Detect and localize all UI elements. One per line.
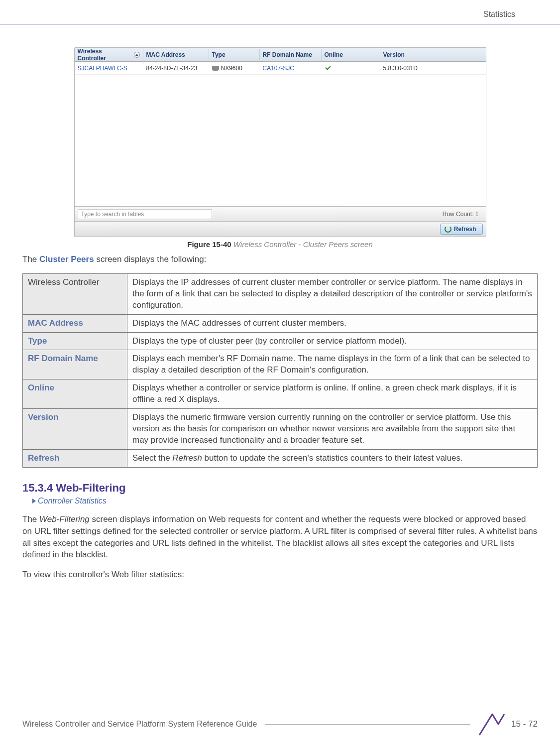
desc-text: Displays the MAC addresses of current cl… [127,314,538,332]
col-mac-address[interactable]: MAC Address [143,49,209,60]
page-number: 15 - 72 [511,719,538,729]
desc-label: Refresh [23,450,127,468]
desc-text: Displays the IP addresses of current clu… [127,273,538,314]
intro-emph: Cluster Peers [39,254,94,264]
refresh-icon [445,226,451,233]
desc-label: RF Domain Name [23,350,127,379]
refresh-bar: Refresh [75,221,486,237]
logo-icon [478,712,507,736]
figure-title: Wireless Controller - Cluster Peers scre… [233,240,373,249]
col-type[interactable]: Type [209,49,260,60]
intro-prefix: The [22,254,39,264]
table-row: SJCALPHAWLC-S 84-24-8D-7F-34-23 NX9600 C… [75,62,486,75]
intro-text: The Cluster Peers screen displays the fo… [22,253,538,265]
intro-suffix: screen displays the following: [94,254,207,264]
desc-label: Online [23,379,127,409]
desc-label: MAC Address [23,314,127,332]
footer-title: Wireless Controller and Service Platform… [22,720,257,729]
cell-wireless-controller[interactable]: SJCALPHAWLC-S [75,63,143,74]
header-rule [0,24,560,24]
cell-rf-domain[interactable]: CA107-SJC [260,63,322,74]
cell-type: NX9600 [209,63,260,74]
desc-text: Select the Refresh button to update the … [127,450,538,468]
paragraph-web-filtering: The Web-Filtering screen displays inform… [22,513,538,561]
para-suffix: screen displays information on Web reque… [22,514,537,559]
breadcrumb-text: Controller Statistics [38,497,107,505]
device-icon [212,66,219,71]
col-wireless-controller[interactable]: Wireless Controller [75,46,143,64]
description-table: Wireless ControllerDisplays the IP addre… [22,273,538,468]
cell-mac-address: 84-24-8D-7F-34-23 [143,63,209,74]
desc-label: Version [23,409,127,450]
cell-version: 5.8.3.0-031D [380,63,486,74]
desc-row: Wireless ControllerDisplays the IP addre… [23,273,538,314]
desc-row: MAC AddressDisplays the MAC addresses of… [23,314,538,332]
desc-text: Displays each member's RF Domain name. T… [127,350,538,379]
check-icon [325,66,332,71]
row-count: Row Count: 1 [443,211,479,218]
desc-row: RF Domain NameDisplays each member's RF … [23,350,538,379]
table-body: SJCALPHAWLC-S 84-24-8D-7F-34-23 NX9600 C… [75,62,486,206]
col-rf-domain[interactable]: RF Domain Name [260,49,322,60]
cluster-peers-table-panel: Wireless Controller MAC Address Type RF … [74,47,486,237]
desc-row: TypeDisplays the type of cluster peer (b… [23,332,538,350]
desc-label: Type [23,332,127,350]
desc-row: RefreshSelect the Refresh button to upda… [23,450,538,468]
col-version[interactable]: Version [380,49,486,60]
footer-rule [265,724,470,725]
desc-label: Wireless Controller [23,273,127,314]
cell-type-value: NX9600 [221,65,242,72]
desc-text: Displays the numeric firmware version cu… [127,409,538,450]
search-input[interactable]: Type to search in tables [78,209,212,219]
desc-row: OnlineDisplays whether a controller or s… [23,379,538,409]
desc-row: VersionDisplays the numeric firmware ver… [23,409,538,450]
col-label: Wireless Controller [78,48,132,62]
figure-label: Figure 15-40 [187,240,231,249]
page-footer: Wireless Controller and Service Platform… [22,712,538,736]
table-footer: Type to search in tables Row Count: 1 [75,206,486,221]
col-online[interactable]: Online [322,49,380,60]
paragraph-instruction: To view this controller's Web filter sta… [22,569,538,581]
refresh-button[interactable]: Refresh [440,224,483,235]
row-count-label: Row Count: [443,211,474,218]
refresh-label: Refresh [454,226,476,233]
figure-caption: Figure 15-40 Wireless Controller - Clust… [74,240,486,249]
row-count-value: 1 [475,211,479,218]
breadcrumb[interactable]: Controller Statistics [32,497,538,505]
desc-text: Displays whether a controller or service… [127,379,538,409]
para-ital: Web-Filtering [39,514,90,524]
section-heading: 15.3.4 Web-Filtering [22,482,538,495]
desc-text: Displays the type of cluster peer (by co… [127,332,538,350]
sort-asc-icon [134,52,140,58]
arrow-right-icon [32,499,36,504]
page-header-section: Statistics [483,10,515,19]
cell-online [322,64,380,73]
table-header-row: Wireless Controller MAC Address Type RF … [75,48,486,62]
para-prefix: The [22,514,39,524]
figure-cluster-peers: Wireless Controller MAC Address Type RF … [74,47,486,249]
